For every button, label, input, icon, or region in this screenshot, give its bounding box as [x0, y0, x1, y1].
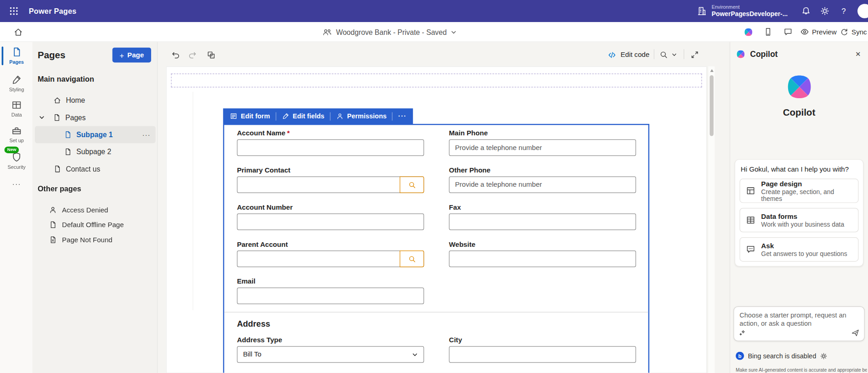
command-bar: Woodgrove Bank - Private - Saved Preview… [0, 22, 868, 42]
rail-item-styling[interactable]: Styling [0, 74, 33, 93]
required-marker: * [287, 129, 290, 137]
city-input[interactable] [449, 346, 636, 363]
page-icon [64, 148, 72, 156]
notifications-button[interactable] [797, 0, 816, 22]
empty-section-placeholder[interactable] [171, 73, 702, 87]
bell-icon [801, 6, 811, 16]
form-field-other-phone: Other Phone [449, 167, 636, 193]
search-icon [408, 255, 416, 263]
edit-fields-button[interactable]: Edit fields [276, 108, 330, 124]
settings-button[interactable] [815, 0, 834, 22]
add-page-button[interactable]: + Page [113, 48, 151, 63]
sync-icon [840, 28, 849, 36]
form-field-parent-account: Parent Account [237, 240, 424, 267]
other-item-access-denied[interactable]: Access Denied [33, 202, 157, 217]
redo-button[interactable] [186, 48, 199, 61]
edit-form-button[interactable]: Edit form [224, 108, 276, 124]
copilot-toggle-button[interactable] [740, 23, 756, 40]
bing-settings-button[interactable] [820, 352, 828, 360]
home-button[interactable] [11, 26, 25, 39]
layers-button[interactable] [204, 48, 218, 61]
canvas-scrollbar[interactable] [707, 67, 715, 373]
primary-contact-input[interactable] [237, 177, 424, 193]
rail-item-security[interactable]: New Security [0, 151, 33, 170]
page-icon [49, 221, 57, 229]
permissions-button[interactable]: Permissions [331, 108, 392, 124]
environment-picker[interactable]: Environment PowerPagesDeveloper-... [688, 0, 797, 22]
copilot-title: Copilot [750, 50, 778, 58]
lookup-search-button[interactable] [400, 251, 424, 267]
expand-icon [690, 50, 699, 59]
other-phone-input[interactable] [449, 177, 636, 193]
account-avatar[interactable] [857, 4, 868, 18]
prompt-guide-button[interactable] [738, 329, 747, 337]
site-title-menu[interactable]: Woodgrove Bank - Private - Saved [322, 22, 457, 42]
send-button[interactable] [851, 328, 860, 337]
other-item-page-not-found[interactable]: Page Not Found [33, 232, 157, 247]
address-type-select[interactable]: Bill To [237, 346, 424, 363]
rail-item-pages[interactable]: Pages [0, 46, 33, 65]
account-number-input[interactable] [237, 213, 424, 230]
row-more-button[interactable]: ··· [142, 131, 156, 139]
nav-item-pages-group[interactable]: Pages [33, 109, 157, 126]
topbar-right-group: Environment PowerPagesDeveloper-... ? [688, 0, 868, 22]
rail-more-button[interactable]: ··· [0, 180, 33, 189]
table-icon [11, 100, 22, 111]
close-copilot-button[interactable]: ✕ [851, 48, 865, 61]
suggestion-ask[interactable]: Ask Get answers to your questions [739, 237, 858, 262]
other-item-default-offline[interactable]: Default Offline Page [33, 217, 157, 233]
bing-icon [736, 352, 744, 360]
undo-icon [171, 50, 180, 59]
waffle-icon [9, 6, 18, 15]
pages-icon [11, 46, 22, 57]
fax-input[interactable] [449, 213, 636, 230]
top-app-bar: Power Pages Environment PowerPagesDevelo… [0, 0, 868, 22]
zoom-control[interactable] [659, 48, 677, 62]
site-page-canvas[interactable]: Edit form Edit fields Permissions ··· [166, 67, 707, 373]
lookup-search-button[interactable] [400, 177, 424, 193]
app-title: Power Pages [29, 7, 77, 15]
help-button[interactable]: ? [834, 0, 853, 22]
magnifier-icon [659, 50, 668, 59]
copilot-prompt-input[interactable]: Choose a starter prompt, request an acti… [733, 306, 865, 341]
edit-code-button[interactable]: Edit code [607, 48, 649, 62]
fullscreen-button[interactable] [688, 48, 701, 61]
comments-button[interactable] [780, 23, 796, 40]
device-preview-button[interactable] [760, 23, 777, 40]
main-navigation-tree: Home Pages Subpage 1 ··· Subpage 2 Conta… [33, 92, 157, 178]
ellipsis-icon: ··· [12, 180, 21, 189]
app-launcher-button[interactable] [6, 3, 22, 19]
chevron-down-icon [39, 115, 45, 121]
account-name-input[interactable] [237, 139, 424, 156]
bing-status-row: Bing search is disabled [736, 352, 828, 360]
sync-button[interactable]: Sync [840, 23, 867, 40]
nav-item-subpage-1[interactable]: Subpage 1 ··· [35, 126, 156, 143]
basic-form-component[interactable]: Account Name* Main Phone Primary Contact [223, 124, 649, 373]
scroll-up-arrow[interactable] [710, 69, 713, 72]
undo-button[interactable] [169, 48, 182, 61]
form-field-primary-contact: Primary Contact [237, 167, 424, 193]
gear-icon [820, 352, 828, 360]
page-error-icon [49, 235, 57, 244]
search-icon [408, 181, 416, 189]
email-input[interactable] [237, 288, 424, 304]
rail-item-data[interactable]: Data [0, 100, 33, 118]
parent-account-input[interactable] [237, 251, 424, 267]
suggestion-page-design[interactable]: Page design Create page, section, and th… [739, 178, 858, 203]
rail-item-setup[interactable]: Set up [0, 125, 33, 143]
nav-item-home[interactable]: Home [33, 92, 157, 109]
nav-item-contact-us[interactable]: Contact us [33, 161, 157, 178]
form-more-button[interactable]: ··· [393, 108, 412, 124]
question-icon: ? [841, 6, 845, 15]
scrollbar-thumb[interactable] [710, 75, 713, 136]
toolbar-divider [684, 49, 684, 59]
preview-button[interactable]: Preview [800, 23, 836, 40]
website-input[interactable] [449, 251, 636, 267]
section-title-other-pages: Other pages [38, 185, 81, 193]
address-section-heading: Address [237, 319, 637, 328]
empty-grid-cell [449, 278, 636, 304]
nav-item-subpage-2[interactable]: Subpage 2 [33, 143, 157, 160]
main-phone-input[interactable] [449, 139, 636, 156]
suggestion-data-forms[interactable]: Data forms Work with your business data [739, 208, 858, 232]
redo-icon [187, 50, 197, 59]
